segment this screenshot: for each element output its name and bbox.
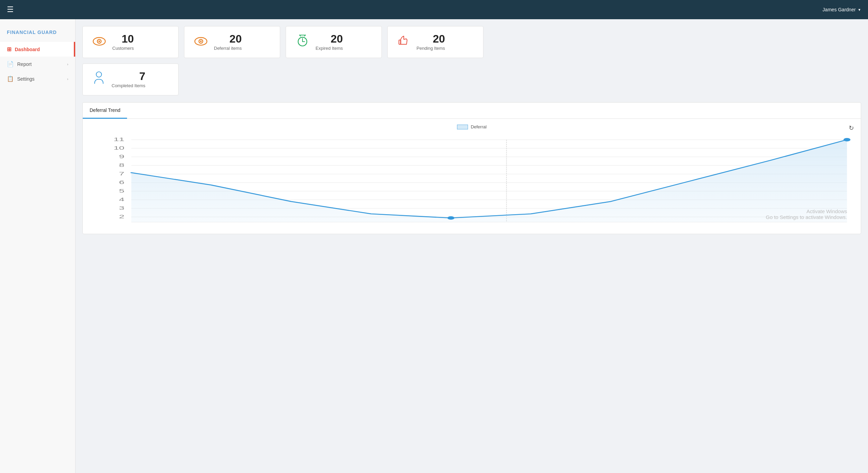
chevron-right-icon-2: › [67, 77, 68, 81]
svg-text:10: 10 [114, 145, 124, 151]
eye-icon-customers [92, 35, 106, 49]
svg-text:8: 8 [119, 162, 124, 168]
refresh-icon[interactable]: ↻ [849, 124, 854, 132]
sidebar-item-label-settings: Settings [17, 76, 35, 82]
svg-text:3: 3 [119, 205, 124, 211]
svg-rect-12 [399, 40, 401, 44]
deferral-count: 20 [229, 33, 242, 44]
legend-box [457, 125, 468, 129]
stat-info-completed: 7 Completed Items [112, 71, 145, 88]
settings-icon: 📋 [7, 76, 14, 82]
stat-info-customers: 10 Customers [112, 33, 134, 51]
tab-deferral-trend[interactable]: Deferral Trend [83, 103, 127, 119]
stat-card-deferral[interactable]: 20 Deferral items [184, 26, 280, 58]
customers-count: 10 [122, 33, 134, 44]
app-logo: FINANCIAL GUARD [0, 26, 75, 42]
completed-label: Completed Items [112, 83, 145, 88]
svg-text:7: 7 [119, 171, 124, 176]
sidebar-item-report[interactable]: 📄 Report › [0, 57, 75, 71]
stat-info-deferral: 20 Deferral items [214, 33, 242, 51]
eye-icon-deferral [194, 35, 208, 49]
sidebar-item-dashboard[interactable]: ⊞ Dashboard [0, 42, 75, 57]
sidebar-item-label-report: Report [17, 61, 32, 67]
stat-card-expired[interactable]: 20 Expired Items [286, 26, 382, 58]
person-icon-completed [92, 71, 105, 88]
deferral-label: Deferral items [214, 46, 242, 51]
svg-point-37 [447, 216, 454, 220]
svg-text:9: 9 [119, 154, 124, 159]
svg-point-2 [99, 41, 100, 42]
top-navigation: ☰ James Gardner [0, 0, 868, 19]
svg-text:11: 11 [114, 137, 124, 142]
hamburger-menu[interactable]: ☰ [7, 5, 14, 14]
svg-point-5 [200, 41, 202, 42]
thumbsup-icon-pending [397, 34, 410, 50]
stat-card-completed[interactable]: 7 Completed Items [82, 64, 179, 95]
stat-cards-row2: 7 Completed Items [82, 64, 861, 95]
pending-label: Pending Items [416, 46, 445, 51]
svg-point-13 [96, 72, 102, 77]
deferral-chart: 11 10 9 8 7 6 5 4 3 2 [90, 133, 854, 229]
stat-card-customers[interactable]: 10 Customers [82, 26, 179, 58]
chart-container: Deferral ↻ 11 [83, 119, 861, 234]
stat-cards-row1: 10 Customers 20 Deferral items [82, 26, 861, 58]
svg-text:5: 5 [119, 188, 124, 194]
chart-tabs: Deferral Trend [83, 103, 861, 119]
sidebar: FINANCIAL GUARD ⊞ Dashboard 📄 Report › 📋… [0, 19, 76, 473]
svg-text:4: 4 [119, 197, 124, 202]
report-icon: 📄 [7, 61, 14, 67]
svg-text:2: 2 [119, 214, 124, 219]
completed-count: 7 [139, 71, 145, 82]
chart-section: Deferral Trend Deferral ↻ [82, 102, 861, 234]
pending-count: 20 [433, 33, 445, 44]
sidebar-item-label-dashboard: Dashboard [15, 47, 40, 52]
expired-label: Expired Items [316, 46, 343, 51]
stat-info-pending: 20 Pending Items [416, 33, 445, 51]
svg-marker-36 [131, 140, 847, 222]
clock-icon-expired [296, 34, 309, 50]
user-menu[interactable]: James Gardner [823, 7, 861, 12]
svg-point-38 [844, 138, 850, 141]
legend-label: Deferral [471, 124, 487, 129]
main-layout: FINANCIAL GUARD ⊞ Dashboard 📄 Report › 📋… [0, 19, 868, 473]
svg-text:6: 6 [119, 180, 124, 185]
sidebar-item-settings[interactable]: 📋 Settings › [0, 71, 75, 86]
customers-label: Customers [112, 46, 134, 51]
chevron-right-icon: › [67, 62, 68, 66]
main-content: 10 Customers 20 Deferral items [76, 19, 868, 473]
stat-info-expired: 20 Expired Items [316, 33, 343, 51]
dashboard-icon: ⊞ [7, 46, 11, 53]
chart-legend: Deferral [90, 124, 854, 129]
stat-card-pending[interactable]: 20 Pending Items [387, 26, 483, 58]
expired-count: 20 [331, 33, 343, 44]
